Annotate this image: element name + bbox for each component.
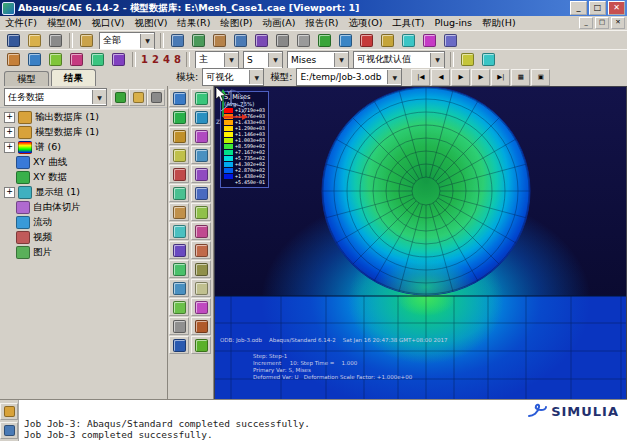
contour-options-icon[interactable] <box>457 50 478 69</box>
menu-item-1[interactable]: 文件(F) <box>0 17 42 30</box>
allow-multiple-plot-states-icon[interactable] <box>87 50 108 69</box>
common-plot-options-icon[interactable] <box>169 146 189 164</box>
save-icon[interactable] <box>3 31 24 50</box>
menu-item-3[interactable]: 视口(V) <box>87 17 130 30</box>
viewport-annotation-options-icon[interactable] <box>169 336 189 354</box>
next-frame-button[interactable]: ▶ <box>471 69 490 86</box>
maximize-button[interactable]: □ <box>589 1 606 15</box>
mdi-restore-button[interactable]: □ <box>595 17 609 29</box>
text-annotation-icon[interactable] <box>169 317 189 335</box>
tree-item-spectrum[interactable]: +谱 (6) <box>0 140 167 155</box>
probe-tool-icon[interactable] <box>76 31 97 50</box>
spectrum-manager-icon[interactable] <box>478 50 499 69</box>
front-view-icon[interactable] <box>272 31 293 50</box>
probe-values-icon[interactable] <box>66 50 87 69</box>
arrow-annotation-icon[interactable] <box>191 317 211 335</box>
superimpose-options-icon[interactable] <box>191 146 211 164</box>
query-info-icon[interactable] <box>398 31 419 50</box>
plot-contours-undeformed-icon[interactable] <box>191 108 211 126</box>
animation-options-button[interactable]: ▣ <box>531 69 550 86</box>
previous-frame-button[interactable]: ◀ <box>431 69 450 86</box>
menu-item-12[interactable]: 帮助(H) <box>477 17 521 30</box>
kernel-command-line-icon[interactable] <box>0 422 18 439</box>
visualization-options-icon[interactable] <box>191 336 211 354</box>
color-code-icon[interactable] <box>191 298 211 316</box>
menu-item-7[interactable]: 动画(A) <box>258 17 301 30</box>
plot-deformed-icon[interactable] <box>191 89 211 107</box>
refresh-icon[interactable] <box>111 89 129 106</box>
expander-icon[interactable]: + <box>4 127 15 138</box>
chevron-down-icon[interactable]: ▼ <box>387 70 401 84</box>
shaded-render-icon[interactable] <box>356 31 377 50</box>
close-button[interactable]: ✕ <box>608 1 625 15</box>
menu-item-5[interactable]: 结果(R) <box>172 17 215 30</box>
magnify-tool-icon[interactable] <box>167 31 188 50</box>
create-annotation-icon[interactable] <box>3 50 24 69</box>
chevron-down-icon[interactable]: ▼ <box>92 90 106 104</box>
chevron-down-icon[interactable]: ▼ <box>249 70 263 84</box>
chevron-down-icon[interactable]: ▼ <box>268 53 282 67</box>
viewport-canvas[interactable]: S, Mises (Avg: 75%) +1.719e+03+1.576e+03… <box>214 86 627 400</box>
viewport-layout-2-button[interactable]: 2 <box>150 52 161 67</box>
animate-harmonic-icon[interactable] <box>169 222 189 240</box>
free-body-cut-icon[interactable] <box>169 184 189 202</box>
tree-item-image[interactable]: 图片 <box>0 245 167 260</box>
plot-material-orientation-icon[interactable] <box>191 127 211 145</box>
chevron-down-icon[interactable]: ▼ <box>224 53 238 67</box>
annotation-manager-icon[interactable] <box>45 50 66 69</box>
plot-state-icon[interactable] <box>108 50 129 69</box>
plot-contours-deformed-icon[interactable] <box>169 108 189 126</box>
tree-item-xy-plot[interactable]: XY 曲线 <box>0 155 167 170</box>
field-output-variable-combobox[interactable]: S ▼ <box>243 51 283 69</box>
viewport-layout-1-button[interactable]: 1 <box>139 52 150 67</box>
message-area-icon[interactable] <box>0 403 18 420</box>
menu-item-11[interactable]: Plug-ins <box>430 17 477 30</box>
field-output-component-combobox[interactable]: Mises ▼ <box>287 51 349 69</box>
field-output-position-combobox[interactable]: 主 ▼ <box>195 51 239 69</box>
pan-tool-icon[interactable] <box>188 31 209 50</box>
menu-item-2[interactable]: 模型(M) <box>42 17 87 30</box>
last-frame-button[interactable]: ▶| <box>491 69 510 86</box>
play-animation-button[interactable]: ▶ <box>451 69 470 86</box>
display-group-icon[interactable] <box>191 279 211 297</box>
hidden-line-render-icon[interactable] <box>335 31 356 50</box>
menu-item-6[interactable]: 绘图(P) <box>215 17 257 30</box>
box-zoom-tool-icon[interactable] <box>230 31 251 50</box>
expander-icon[interactable]: + <box>4 142 15 153</box>
chevron-down-icon[interactable]: ▼ <box>430 53 444 67</box>
color-code-icon[interactable] <box>419 31 440 50</box>
query-scope-combobox[interactable]: 全部 ▼ <box>99 32 155 50</box>
odb-combobox[interactable]: E:/temp/Job-3.odb ▼ <box>296 68 402 86</box>
mdi-minimize-button[interactable]: _ <box>579 17 593 29</box>
print-icon[interactable] <box>45 31 66 50</box>
menu-item-9[interactable]: 选项(O) <box>343 17 387 30</box>
first-frame-button[interactable]: |◀ <box>411 69 430 86</box>
animate-scale-factor-icon[interactable] <box>169 203 189 221</box>
tree-item-xy-data[interactable]: XY 数据 <box>0 170 167 185</box>
menu-item-10[interactable]: 工具(T) <box>387 17 429 30</box>
animation-options-icon[interactable] <box>191 222 211 240</box>
tree-item-display-group[interactable]: +显示组 (1) <box>0 185 167 200</box>
minimize-button[interactable]: _ <box>570 1 587 15</box>
menu-item-8[interactable]: 报告(R) <box>300 17 343 30</box>
viewport-layout-4-button[interactable]: 4 <box>161 52 172 67</box>
expander-icon[interactable]: + <box>4 112 15 123</box>
module-combobox[interactable]: 可视化 ▼ <box>202 68 264 86</box>
rotate-tool-icon[interactable] <box>209 31 230 50</box>
collapse-all-icon[interactable] <box>147 89 165 106</box>
view-cut-icon[interactable] <box>169 165 189 183</box>
session-data-combobox[interactable]: 任务数据 ▼ <box>4 88 107 106</box>
frame-selector-icon[interactable] <box>191 241 211 259</box>
create-xy-data-icon[interactable] <box>169 260 189 278</box>
chevron-down-icon[interactable]: ▼ <box>334 53 348 67</box>
plot-symbols-icon[interactable] <box>169 127 189 145</box>
open-icon[interactable] <box>24 31 45 50</box>
wireframe-render-icon[interactable] <box>314 31 335 50</box>
filter-icon[interactable] <box>129 89 147 106</box>
viewport-layout-8-button[interactable]: 8 <box>172 52 183 67</box>
expander-icon[interactable]: + <box>4 187 15 198</box>
tab-model[interactable]: 模型 <box>4 71 49 86</box>
perspective-icon[interactable] <box>377 31 398 50</box>
query-icon[interactable] <box>169 279 189 297</box>
field-output-icon[interactable] <box>169 241 189 259</box>
